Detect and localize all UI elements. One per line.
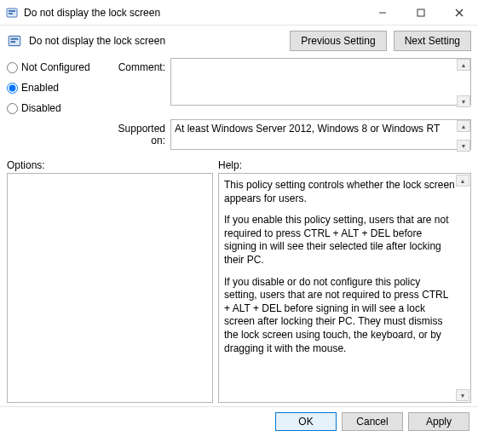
options-label: Options: <box>7 159 218 171</box>
window-title: Do not display the lock screen <box>24 7 160 19</box>
radio-label: Enabled <box>21 82 59 94</box>
help-paragraph: If you enable this policy setting, users… <box>224 214 455 267</box>
help-text: This policy setting controls whether the… <box>219 174 470 369</box>
previous-setting-button[interactable]: Previous Setting <box>290 31 386 51</box>
help-paragraph: If you disable or do not configure this … <box>224 276 455 356</box>
help-panel: This policy setting controls whether the… <box>218 173 471 403</box>
supported-on-field <box>170 119 471 150</box>
state-radio-group: Not Configured Enabled Disabled <box>7 58 101 114</box>
help-paragraph: This policy setting controls whether the… <box>224 179 455 205</box>
comment-field-wrap: ▴ ▾ <box>170 58 471 108</box>
config-area: Not Configured Enabled Disabled Comment:… <box>0 55 478 158</box>
apply-button[interactable]: Apply <box>408 412 469 431</box>
comment-label: Comment: <box>106 58 165 73</box>
help-label: Help: <box>218 159 242 171</box>
maximize-button[interactable] <box>401 0 440 26</box>
ok-button[interactable]: OK <box>275 412 337 431</box>
options-panel <box>7 173 213 403</box>
title-bar: Do not display the lock screen <box>0 0 478 26</box>
radio-enabled-input[interactable] <box>7 83 18 94</box>
footer: OK Cancel Apply <box>0 406 478 436</box>
svg-rect-9 <box>11 41 16 43</box>
scroll-down-icon[interactable]: ▾ <box>457 140 470 152</box>
minimize-button[interactable] <box>363 0 401 26</box>
policy-icon <box>5 6 19 20</box>
radio-not-configured-input[interactable] <box>7 62 18 73</box>
header-row: Do not display the lock screen Previous … <box>0 26 478 55</box>
scroll-up-icon[interactable]: ▴ <box>457 59 470 71</box>
scroll-up-icon[interactable]: ▴ <box>456 175 469 187</box>
radio-not-configured[interactable]: Not Configured <box>7 61 101 73</box>
cancel-button[interactable]: Cancel <box>342 412 403 431</box>
scroll-down-icon[interactable]: ▾ <box>456 389 469 401</box>
svg-rect-8 <box>11 38 19 40</box>
radio-disabled-input[interactable] <box>7 103 18 114</box>
radio-enabled[interactable]: Enabled <box>7 82 101 94</box>
svg-rect-1 <box>9 10 15 12</box>
panel-labels-row: Options: Help: <box>0 158 478 173</box>
supported-on-label: Supported on: <box>106 119 165 146</box>
header-title: Do not display the lock screen <box>29 35 165 47</box>
comment-field[interactable] <box>170 58 471 106</box>
scroll-up-icon[interactable]: ▴ <box>457 120 470 132</box>
panels-row: This policy setting controls whether the… <box>0 173 478 406</box>
radio-label: Not Configured <box>21 61 90 73</box>
close-button[interactable] <box>440 0 478 26</box>
policy-icon <box>7 33 22 49</box>
radio-label: Disabled <box>21 102 61 114</box>
supported-on-field-wrap: ▴ ▾ <box>170 119 471 152</box>
svg-rect-4 <box>418 9 424 16</box>
scroll-down-icon[interactable]: ▾ <box>457 95 470 107</box>
next-setting-button[interactable]: Next Setting <box>394 31 471 51</box>
svg-rect-2 <box>9 13 13 14</box>
radio-disabled[interactable]: Disabled <box>7 102 101 114</box>
